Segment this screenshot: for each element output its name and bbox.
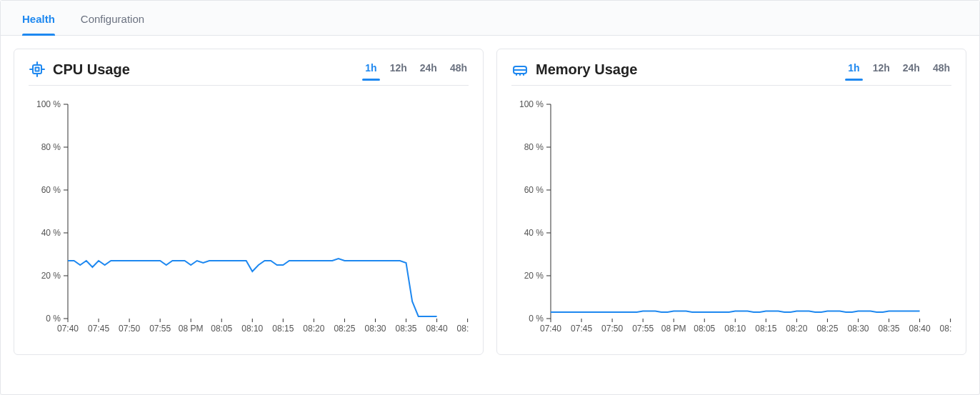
svg-text:08:25: 08:25 [334, 324, 355, 334]
svg-text:08 PM: 08 PM [661, 324, 686, 334]
svg-text:80 %: 80 % [524, 142, 544, 152]
range-24h[interactable]: 24h [901, 59, 921, 79]
svg-text:08:15: 08:15 [755, 324, 776, 334]
svg-text:0 %: 0 % [529, 314, 544, 324]
card-title: Memory Usage [511, 61, 637, 78]
svg-text:60 %: 60 % [524, 185, 544, 195]
svg-text:0 %: 0 % [46, 314, 61, 324]
range-12h[interactable]: 12h [389, 59, 409, 79]
svg-text:08:15: 08:15 [272, 324, 294, 334]
cpu-usage-card: CPU Usage 1h 12h 24h 48h 0 %20 %40 %60 %… [14, 49, 484, 355]
svg-text:100 %: 100 % [36, 99, 61, 109]
svg-text:07:40: 07:40 [540, 324, 561, 334]
svg-text:08:45: 08:45 [940, 324, 951, 334]
svg-text:08:25: 08:25 [816, 324, 838, 334]
svg-text:08:20: 08:20 [786, 324, 807, 334]
cpu-chart: 0 %20 %40 %60 %80 %100 %07:4007:4507:500… [29, 97, 469, 340]
svg-text:20 %: 20 % [41, 271, 61, 281]
svg-text:20 %: 20 % [524, 271, 544, 281]
svg-text:40 %: 40 % [41, 228, 61, 238]
svg-text:07:55: 07:55 [632, 324, 654, 334]
svg-text:07:40: 07:40 [57, 324, 79, 334]
tab-label: Configuration [81, 13, 144, 25]
svg-text:08:30: 08:30 [847, 324, 869, 334]
memory-chart: 0 %20 %40 %60 %80 %100 %07:4007:4507:500… [511, 97, 951, 340]
svg-text:40 %: 40 % [524, 228, 544, 238]
time-range-selector: 1h 12h 24h 48h [846, 59, 951, 79]
range-48h[interactable]: 48h [449, 59, 469, 79]
svg-text:08:35: 08:35 [396, 324, 417, 334]
svg-text:08:20: 08:20 [303, 324, 324, 334]
tab-configuration[interactable]: Configuration [68, 4, 157, 35]
svg-text:08:05: 08:05 [694, 324, 715, 334]
svg-text:08:45: 08:45 [457, 324, 469, 334]
tab-label: Health [22, 13, 55, 25]
range-1h[interactable]: 1h [364, 59, 378, 79]
range-24h[interactable]: 24h [419, 59, 439, 79]
monitoring-panel: Health Configuration CPU Usage 1h 12h 24… [0, 0, 980, 395]
svg-text:07:50: 07:50 [601, 324, 623, 334]
range-48h[interactable]: 48h [931, 59, 951, 79]
svg-text:60 %: 60 % [41, 185, 61, 195]
svg-text:08:30: 08:30 [364, 324, 386, 334]
svg-text:08:10: 08:10 [724, 324, 746, 334]
svg-text:08:05: 08:05 [211, 324, 232, 334]
svg-text:07:45: 07:45 [571, 324, 592, 334]
memory-icon [511, 61, 529, 78]
svg-text:08:10: 08:10 [241, 324, 263, 334]
card-grid: CPU Usage 1h 12h 24h 48h 0 %20 %40 %60 %… [1, 36, 979, 368]
svg-rect-0 [33, 65, 41, 74]
svg-text:08:40: 08:40 [909, 324, 931, 334]
svg-text:100 %: 100 % [519, 99, 544, 109]
svg-text:08:35: 08:35 [879, 324, 900, 334]
svg-text:07:55: 07:55 [149, 324, 171, 334]
card-title-text: CPU Usage [53, 61, 130, 78]
range-12h[interactable]: 12h [871, 59, 891, 79]
time-range-selector: 1h 12h 24h 48h [364, 59, 469, 79]
svg-text:80 %: 80 % [41, 142, 61, 152]
svg-rect-1 [36, 68, 39, 71]
tab-bar: Health Configuration [1, 1, 979, 36]
tab-health[interactable]: Health [9, 4, 68, 35]
card-header: Memory Usage 1h 12h 24h 48h [511, 59, 951, 86]
svg-text:07:50: 07:50 [119, 324, 140, 334]
range-1h[interactable]: 1h [846, 59, 861, 79]
svg-text:08:40: 08:40 [426, 324, 448, 334]
card-header: CPU Usage 1h 12h 24h 48h [29, 59, 469, 86]
cpu-icon [29, 61, 46, 78]
card-title: CPU Usage [29, 61, 130, 78]
card-title-text: Memory Usage [536, 61, 637, 78]
memory-usage-card: Memory Usage 1h 12h 24h 48h 0 %20 %40 %6… [496, 49, 966, 355]
svg-text:07:45: 07:45 [88, 324, 109, 334]
svg-text:08 PM: 08 PM [179, 324, 204, 334]
